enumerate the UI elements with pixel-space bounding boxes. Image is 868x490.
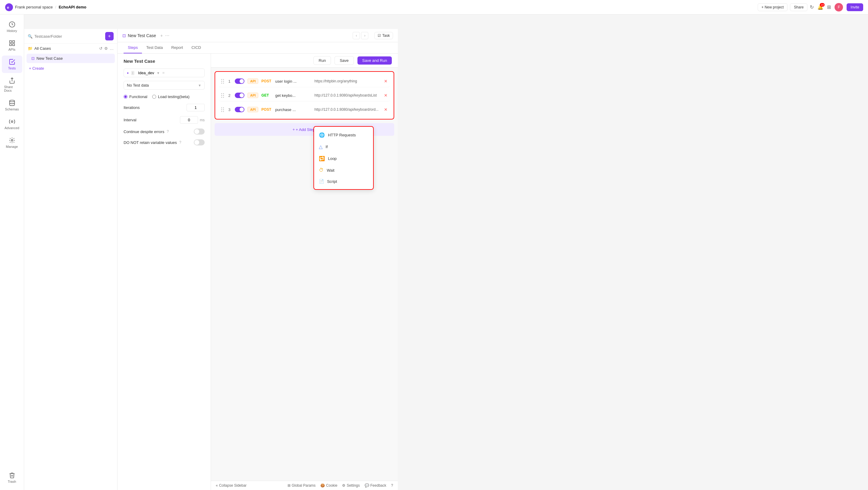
drag-handle[interactable] bbox=[221, 79, 224, 84]
cookie-button[interactable]: 🍪 Cookie bbox=[320, 483, 337, 488]
interval-input[interactable] bbox=[180, 116, 198, 124]
step-enable-toggle[interactable] bbox=[235, 93, 244, 98]
invite-button[interactable]: Invite bbox=[846, 3, 863, 11]
continue-errors-help-icon[interactable]: ? bbox=[167, 129, 169, 134]
task-button[interactable]: ☑ Task bbox=[374, 32, 393, 39]
sidebar-item-label: Manage bbox=[6, 145, 18, 148]
refresh-icon[interactable]: ↻ bbox=[810, 4, 814, 10]
continue-errors-label: Continue despite errors bbox=[124, 129, 164, 134]
app-logo: e Frank personal space bbox=[5, 3, 53, 11]
iterations-row: Iterations bbox=[124, 104, 205, 111]
add-steps-icon: ＋ bbox=[292, 127, 296, 132]
share-docs-icon bbox=[9, 77, 16, 84]
avatar[interactable]: F bbox=[835, 3, 843, 11]
more-icon[interactable]: … bbox=[110, 46, 114, 51]
run-button[interactable]: Run bbox=[313, 56, 331, 65]
step-delete-icon[interactable]: ✕ bbox=[384, 93, 388, 98]
sidebar-item-schemas[interactable]: Schemas bbox=[2, 96, 22, 114]
save-run-button[interactable]: Save and Run bbox=[358, 56, 392, 64]
create-button[interactable]: + Create bbox=[24, 64, 117, 73]
popup-wait[interactable]: ⏱ Wait bbox=[314, 165, 373, 176]
help-button[interactable]: ? bbox=[391, 483, 393, 488]
step-name[interactable]: purchase ... bbox=[275, 108, 311, 112]
script-icon: 📄 bbox=[319, 179, 324, 184]
steps-area: New Test Case ● I Idea_dev ▼ ≡ No Test d… bbox=[118, 54, 398, 490]
row-actions: ↺ ⚙ … bbox=[99, 46, 114, 51]
tab-icon: ⊡ bbox=[122, 33, 126, 38]
step-enable-toggle[interactable] bbox=[235, 107, 244, 112]
step-name[interactable]: user login ... bbox=[275, 79, 311, 84]
loop-icon: 🔁 bbox=[319, 156, 325, 162]
sidebar-item-advanced[interactable]: Advanced bbox=[2, 115, 22, 133]
step-name[interactable]: get keybo... bbox=[275, 93, 311, 98]
layout-icon[interactable]: ⊞ bbox=[827, 4, 831, 10]
test-case-item[interactable]: ⊡ New Test Case bbox=[27, 54, 115, 63]
refresh-icon[interactable]: ↺ bbox=[99, 46, 102, 51]
save-button[interactable]: Save bbox=[335, 56, 354, 65]
tab-title: ⊡ New Test Case + ⋯ bbox=[122, 33, 169, 38]
step-delete-icon[interactable]: ✕ bbox=[384, 79, 388, 84]
step-type-badge: API bbox=[247, 93, 258, 98]
step-type-badge: API bbox=[247, 79, 258, 84]
project-name[interactable]: EchoAPI demo bbox=[59, 5, 87, 9]
logo-icon: e bbox=[5, 3, 13, 11]
continue-errors-row: Continue despite errors ? bbox=[124, 128, 205, 135]
functional-radio[interactable]: Functional bbox=[124, 94, 147, 99]
iterations-input[interactable] bbox=[187, 104, 205, 111]
tab-steps[interactable]: Steps bbox=[124, 42, 142, 53]
sidebar-item-history[interactable]: History bbox=[2, 18, 22, 36]
tests-icon bbox=[9, 59, 16, 65]
svg-rect-3 bbox=[9, 41, 11, 42]
retain-toggle[interactable] bbox=[194, 139, 205, 145]
env-dropdown-icon: ▼ bbox=[157, 71, 160, 75]
retain-help-icon[interactable]: ? bbox=[179, 140, 181, 145]
sidebar-item-trash[interactable]: Trash bbox=[2, 469, 22, 486]
add-step-popup: 🌐 HTTP Requests △ If 🔁 Loop ⏱ Wait bbox=[313, 126, 374, 190]
all-cases-row[interactable]: 📁 All Cases ↺ ⚙ … bbox=[24, 44, 117, 53]
table-row: 3 API POST purchase ... http://127.0.0.1… bbox=[219, 104, 390, 115]
sidebar: History APIs Tests Share Docs Schemas Ad… bbox=[0, 15, 24, 490]
sidebar-item-tests[interactable]: Tests bbox=[2, 56, 22, 73]
popup-http-requests[interactable]: 🌐 HTTP Requests bbox=[314, 129, 373, 141]
load-testing-radio[interactable]: Load testing(beta) bbox=[152, 94, 190, 99]
sidebar-item-apis[interactable]: APIs bbox=[2, 37, 22, 54]
settings-button[interactable]: ⚙ Settings bbox=[342, 483, 360, 488]
step-number: 3 bbox=[227, 108, 232, 112]
sidebar-item-share-docs[interactable]: Share Docs bbox=[2, 74, 22, 95]
sidebar-item-manage[interactable]: Manage bbox=[2, 134, 22, 151]
continue-errors-toggle[interactable] bbox=[194, 128, 205, 135]
popup-if[interactable]: △ If bbox=[314, 141, 373, 153]
steps-panel: Run Save Save and Run bbox=[211, 54, 398, 490]
drag-handle[interactable] bbox=[221, 108, 224, 112]
step-enable-toggle[interactable] bbox=[235, 79, 244, 84]
config-title: New Test Case bbox=[124, 59, 205, 64]
tab-report[interactable]: Report bbox=[167, 42, 187, 53]
tab-test-data[interactable]: Test Data bbox=[142, 42, 167, 53]
drag-handle[interactable] bbox=[221, 93, 224, 98]
next-tab-button[interactable]: › bbox=[361, 32, 368, 39]
config-panel: New Test Case ● I Idea_dev ▼ ≡ No Test d… bbox=[118, 54, 211, 490]
notification-icon[interactable]: 🔔 19 bbox=[817, 4, 824, 10]
collapse-sidebar-button[interactable]: « Collapse Sidebar bbox=[216, 483, 247, 488]
share-button[interactable]: Share bbox=[790, 3, 807, 11]
workspace-label: Frank personal space bbox=[15, 5, 53, 9]
add-button[interactable]: + bbox=[105, 32, 114, 40]
new-project-button[interactable]: + New project bbox=[758, 3, 788, 11]
cookie-icon: 🍪 bbox=[320, 483, 325, 488]
add-tab-icon[interactable]: + bbox=[160, 33, 163, 38]
popup-script[interactable]: 📄 Script bbox=[314, 176, 373, 187]
env-selector[interactable]: ● I Idea_dev ▼ ≡ bbox=[124, 68, 205, 77]
step-delete-icon[interactable]: ✕ bbox=[384, 107, 388, 112]
prev-tab-button[interactable]: ‹ bbox=[352, 32, 360, 39]
env-drag-icon: ≡ bbox=[162, 70, 165, 75]
popup-label: Script bbox=[327, 179, 337, 184]
test-case-label: New Test Case bbox=[36, 56, 63, 61]
data-selector[interactable]: No Test data ▼ bbox=[124, 81, 205, 90]
global-params-button[interactable]: ⊞ Global Params bbox=[287, 483, 315, 488]
feedback-button[interactable]: 💬 Feedback bbox=[365, 483, 386, 488]
search-input[interactable] bbox=[34, 34, 103, 39]
tab-cicd[interactable]: CICD bbox=[187, 42, 205, 53]
popup-loop[interactable]: 🔁 Loop bbox=[314, 153, 373, 165]
more-tab-icon[interactable]: ⋯ bbox=[165, 33, 169, 38]
settings-icon[interactable]: ⚙ bbox=[104, 46, 108, 51]
